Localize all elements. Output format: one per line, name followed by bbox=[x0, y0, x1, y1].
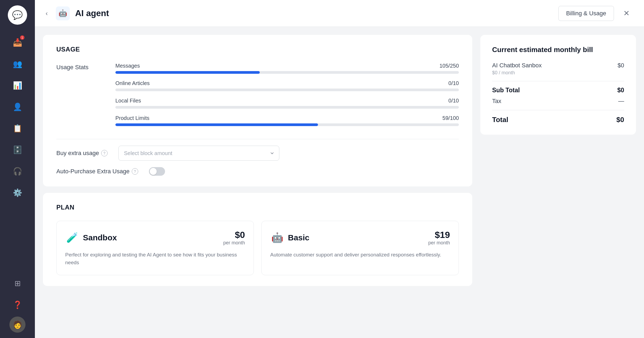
progress-fill-messages bbox=[115, 71, 260, 74]
buy-extra-usage-label: Buy extra usage ? bbox=[56, 150, 108, 157]
progress-fill-products bbox=[115, 123, 318, 126]
plan-name-row-sandbox: 🧪 Sandbox bbox=[65, 231, 117, 245]
inbox-icon: 📥 bbox=[13, 38, 22, 47]
sidebar-item-profile[interactable]: 👤 bbox=[8, 97, 27, 116]
sidebar-item-inbox[interactable]: 📥 1 bbox=[8, 33, 27, 52]
auto-purchase-row: Auto-Purchase Extra Usage ? bbox=[56, 167, 459, 176]
progress-bg-articles bbox=[115, 89, 459, 91]
stat-value-products: 59/100 bbox=[442, 115, 459, 121]
contacts-icon: 👥 bbox=[13, 60, 22, 68]
plan-title: PLAN bbox=[56, 204, 459, 211]
close-button[interactable]: ✕ bbox=[619, 6, 633, 20]
plan-name-row-basic: 🤖 Basic bbox=[270, 231, 309, 245]
bill-subtotal-label: Sub Total bbox=[492, 87, 520, 94]
stat-value-messages: 105/250 bbox=[440, 63, 459, 69]
help-circle-icon: ❓ bbox=[13, 300, 22, 309]
block-amount-select[interactable]: Select block amount bbox=[118, 146, 279, 161]
bill-subtotal-value: $0 bbox=[617, 87, 624, 94]
stat-row-products: Product Limits 59/100 bbox=[115, 115, 459, 126]
stat-value-articles: 0/10 bbox=[448, 80, 459, 86]
topbar: ‹ 🤖 AI agent Billing & Usage ✕ bbox=[35, 0, 644, 27]
support-icon: 🎧 bbox=[13, 167, 22, 176]
plan-price-block-basic: $19 per month bbox=[428, 230, 450, 246]
plan-desc-sandbox: Perfect for exploring and testing the AI… bbox=[65, 251, 245, 266]
billing-usage-button[interactable]: Billing & Usage bbox=[558, 6, 614, 21]
profile-icon: 👤 bbox=[13, 102, 22, 111]
bill-total-value: $0 bbox=[616, 116, 624, 124]
sidebar-item-inbox2[interactable]: 📋 bbox=[8, 119, 27, 138]
reports-icon: 📊 bbox=[13, 81, 22, 90]
auto-purchase-toggle[interactable] bbox=[149, 167, 165, 176]
stat-name-messages: Messages bbox=[115, 63, 140, 69]
left-panel: USAGE Usage Stats Messages 105/250 bbox=[43, 35, 472, 330]
stat-name-products: Product Limits bbox=[115, 115, 149, 121]
plan-name-basic: Basic bbox=[288, 233, 309, 242]
bill-line-item-row: AI Chatbot Sanbox $0 / month $0 bbox=[492, 62, 624, 76]
sidebar: 💬 📥 1 👥 📊 👤 📋 🗄️ 🎧 ⚙️ ⊞ bbox=[0, 0, 35, 338]
usage-stats-container: Usage Stats Messages 105/250 bbox=[56, 63, 459, 133]
inbox-badge: 1 bbox=[20, 35, 24, 40]
plan-card-header-sandbox: 🧪 Sandbox $0 per month bbox=[65, 230, 245, 246]
bill-line-item-amount: $0 bbox=[618, 62, 624, 69]
page-icon: 🤖 bbox=[56, 6, 70, 20]
bill-line-item-sub: $0 / month bbox=[492, 70, 542, 76]
basic-icon: 🤖 bbox=[270, 231, 284, 245]
plan-per-sandbox: per month bbox=[223, 240, 245, 246]
bill-divider-1 bbox=[492, 81, 624, 81]
plan-price-sandbox: $0 bbox=[223, 230, 245, 240]
progress-bg-files bbox=[115, 106, 459, 109]
usage-section: USAGE Usage Stats Messages 105/250 bbox=[43, 35, 472, 186]
bill-total-row: Total $0 bbox=[492, 116, 624, 124]
sidebar-item-contacts[interactable]: 👥 bbox=[8, 54, 27, 74]
usage-title: USAGE bbox=[56, 46, 459, 53]
sidebar-bottom: ⊞ ❓ 🧑 bbox=[8, 274, 27, 333]
progress-bg-products bbox=[115, 123, 459, 126]
plan-card-basic[interactable]: 🤖 Basic $19 per month Automate customer … bbox=[261, 221, 459, 275]
sidebar-item-database[interactable]: 🗄️ bbox=[8, 140, 27, 159]
logo-icon: 💬 bbox=[12, 10, 23, 20]
bill-card: Current estimated monthly bill AI Chatbo… bbox=[480, 35, 636, 135]
plan-per-basic: per month bbox=[428, 240, 450, 246]
bill-tax-row: Tax — bbox=[492, 98, 624, 105]
stat-row-articles: Online Articles 0/10 bbox=[115, 80, 459, 91]
page-title: AI agent bbox=[75, 8, 553, 18]
database-icon: 🗄️ bbox=[13, 145, 22, 154]
stat-name-files: Local Files bbox=[115, 98, 141, 104]
usage-stats-label: Usage Stats bbox=[56, 63, 105, 133]
sidebar-icons: 📥 1 👥 📊 👤 📋 🗄️ 🎧 ⚙️ bbox=[8, 33, 27, 274]
bill-subtotal-row: Sub Total $0 bbox=[492, 87, 624, 94]
avatar-image: 🧑 bbox=[13, 320, 22, 329]
stat-row-files: Local Files 0/10 bbox=[115, 98, 459, 109]
stat-value-files: 0/10 bbox=[448, 98, 459, 104]
plan-price-block-sandbox: $0 per month bbox=[223, 230, 245, 246]
divider-1 bbox=[56, 139, 459, 139]
main-area: ‹ 🤖 AI agent Billing & Usage ✕ USAGE Usa… bbox=[35, 0, 644, 338]
stat-name-articles: Online Articles bbox=[115, 80, 150, 86]
sidebar-logo[interactable]: 💬 bbox=[8, 5, 27, 25]
bill-title: Current estimated monthly bill bbox=[492, 46, 624, 54]
content-area: USAGE Usage Stats Messages 105/250 bbox=[35, 27, 644, 338]
avatar[interactable]: 🧑 bbox=[9, 317, 25, 333]
buy-extra-help-icon[interactable]: ? bbox=[101, 150, 108, 156]
buy-extra-usage-row: Buy extra usage ? Select block amount bbox=[56, 146, 459, 161]
progress-bg-messages bbox=[115, 71, 459, 74]
sidebar-item-grid[interactable]: ⊞ bbox=[8, 274, 27, 293]
plan-desc-basic: Automate customer support and deliver pe… bbox=[270, 251, 450, 259]
bill-total-label: Total bbox=[492, 116, 508, 124]
sidebar-item-help[interactable]: ❓ bbox=[8, 295, 27, 314]
usage-stats-content: Messages 105/250 Online Articles 0/1 bbox=[115, 63, 459, 133]
bill-tax-value: — bbox=[618, 98, 624, 105]
plan-cards: 🧪 Sandbox $0 per month Perfect for explo… bbox=[56, 221, 459, 275]
plan-name-sandbox: Sandbox bbox=[83, 233, 117, 242]
sandbox-icon: 🧪 bbox=[65, 231, 79, 245]
sidebar-item-settings[interactable]: ⚙️ bbox=[8, 183, 27, 202]
plan-card-sandbox[interactable]: 🧪 Sandbox $0 per month Perfect for explo… bbox=[56, 221, 254, 275]
back-button[interactable]: ‹ bbox=[46, 10, 48, 17]
plan-price-basic: $19 bbox=[428, 230, 450, 240]
auto-purchase-help-icon[interactable]: ? bbox=[132, 168, 138, 175]
bill-divider-2 bbox=[492, 110, 624, 110]
grid-icon: ⊞ bbox=[14, 279, 21, 288]
ai-agent-icon: 🤖 bbox=[58, 9, 67, 17]
sidebar-item-support[interactable]: 🎧 bbox=[8, 161, 27, 181]
sidebar-item-reports[interactable]: 📊 bbox=[8, 76, 27, 95]
